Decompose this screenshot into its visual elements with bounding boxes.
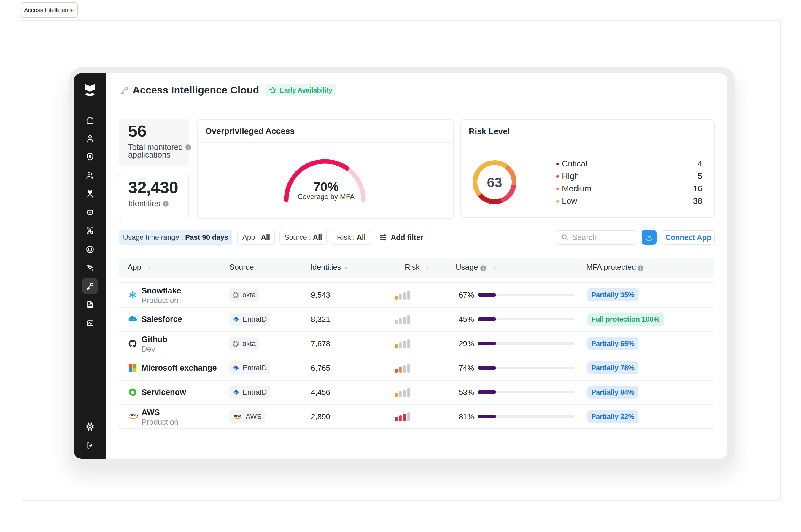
svg-text:aws: aws — [234, 413, 242, 418]
svg-text:aws: aws — [129, 412, 138, 417]
